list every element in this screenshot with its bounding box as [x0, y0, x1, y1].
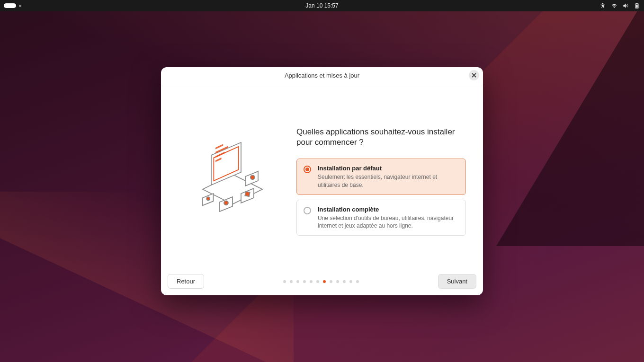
option-title: Installation complète: [318, 206, 459, 213]
radio-icon: [304, 207, 311, 214]
illustration: [178, 98, 287, 263]
progress-dot: [283, 280, 286, 283]
option-title: Installation par défaut: [318, 165, 459, 172]
radio-icon: [304, 166, 311, 173]
progress-dot: [296, 280, 299, 283]
close-icon: [472, 73, 476, 78]
back-button[interactable]: Retour: [168, 274, 204, 289]
workspace-dot: [19, 5, 21, 7]
progress-dot: [330, 280, 332, 283]
svg-rect-7: [245, 191, 250, 196]
battery-icon[interactable]: [634, 2, 640, 9]
progress-dot: [316, 280, 319, 283]
activities-pill[interactable]: [4, 3, 16, 8]
progress-dot: [323, 280, 326, 283]
option-default-install[interactable]: Installation par défaut Seulement les es…: [296, 159, 466, 194]
option-full-install[interactable]: Installation complète Une sélection d'ou…: [296, 200, 466, 236]
dialog-title: Applications et mises à jour: [285, 72, 359, 79]
svg-rect-1: [636, 5, 638, 8]
dialog-header: Applications et mises à jour: [161, 67, 483, 84]
progress-dot: [303, 280, 306, 283]
progress-dot: [310, 280, 313, 283]
progress-dot: [343, 280, 346, 283]
installer-dialog: Applications et mises à jour: [161, 67, 483, 295]
clock[interactable]: Jan 10 15:57: [305, 2, 338, 9]
svg-point-0: [602, 3, 603, 4]
svg-rect-2: [215, 144, 223, 149]
gnome-topbar: Jan 10 15:57: [0, 0, 644, 11]
accessibility-icon[interactable]: [599, 2, 606, 9]
progress-dot: [349, 280, 352, 283]
question-heading: Quelles applications souhaitez-vous inst…: [296, 127, 466, 149]
svg-point-6: [250, 175, 255, 179]
progress-dot: [290, 280, 293, 283]
svg-point-9: [206, 197, 210, 200]
svg-point-8: [224, 201, 228, 205]
next-button[interactable]: Suivant: [438, 274, 476, 289]
close-button[interactable]: [469, 70, 479, 80]
progress-dot: [336, 280, 339, 283]
wifi-icon[interactable]: [611, 2, 617, 9]
progress-dot: [356, 280, 359, 283]
option-description: Seulement les essentiels, navigateur int…: [318, 173, 459, 188]
option-description: Une sélection d'outils de bureau, utilit…: [318, 214, 459, 230]
progress-indicator: [283, 280, 359, 283]
volume-icon[interactable]: [622, 2, 629, 9]
